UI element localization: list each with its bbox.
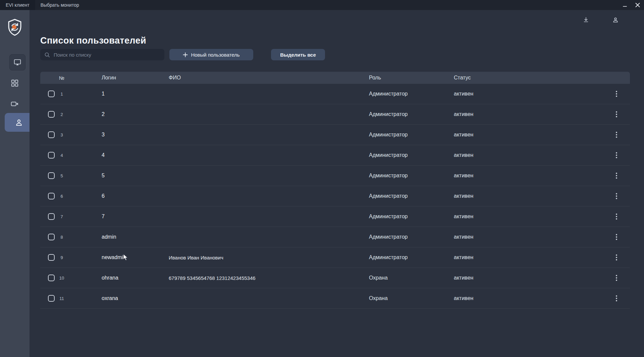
row-login: 5 xyxy=(102,173,105,179)
table-row: 8 admin Администратор активен xyxy=(40,227,630,247)
kebab-dot xyxy=(616,234,617,235)
menu-select-monitor[interactable]: Выбрать монитор xyxy=(35,0,85,10)
row-status: активен xyxy=(454,295,473,301)
row-menu-button[interactable] xyxy=(612,170,621,181)
kebab-dot xyxy=(616,300,617,301)
select-all-label: Выделить все xyxy=(280,52,316,58)
minimize-button[interactable] xyxy=(619,0,631,10)
row-checkbox-wrap xyxy=(48,91,55,97)
sidebar-item-dashboard[interactable] xyxy=(7,76,22,91)
row-menu-button[interactable] xyxy=(612,150,621,161)
row-checkbox-wrap xyxy=(48,193,55,199)
row-checkbox[interactable] xyxy=(48,193,55,199)
row-number: 4 xyxy=(56,153,67,158)
kebab-dot xyxy=(616,134,617,135)
row-login: newadmin xyxy=(102,254,126,260)
main-content: Список пользователей Новый пользователь … xyxy=(30,10,644,357)
search-input[interactable] xyxy=(53,52,160,58)
row-number: 7 xyxy=(56,214,67,219)
new-user-button[interactable]: Новый пользователь xyxy=(169,49,253,60)
row-menu-button[interactable] xyxy=(612,191,621,201)
row-login: admin xyxy=(102,234,116,240)
kebab-dot xyxy=(616,257,617,258)
kebab-dot xyxy=(616,111,617,113)
row-menu-button[interactable] xyxy=(612,211,621,222)
row-login: 7 xyxy=(102,214,105,220)
row-menu-button[interactable] xyxy=(612,252,621,263)
row-menu-button[interactable] xyxy=(612,232,621,242)
sidebar-item-users[interactable] xyxy=(5,113,30,132)
row-menu-button[interactable] xyxy=(612,88,621,99)
shield-sync-logo-icon xyxy=(7,19,22,36)
row-status: активен xyxy=(454,214,473,220)
row-login: 3 xyxy=(102,132,105,138)
row-menu-button[interactable] xyxy=(612,129,621,140)
row-login: 1 xyxy=(102,91,105,97)
row-checkbox-wrap xyxy=(48,111,55,118)
column-header-role: Роль xyxy=(369,75,381,81)
kebab-dot xyxy=(616,216,617,217)
row-number: 6 xyxy=(56,194,67,199)
select-all-button[interactable]: Выделить все xyxy=(271,49,325,60)
profile-button[interactable] xyxy=(611,16,620,24)
kebab-dot xyxy=(616,198,617,199)
row-checkbox[interactable] xyxy=(48,295,55,302)
row-status: активен xyxy=(454,254,473,260)
kebab-dot xyxy=(616,280,617,281)
row-checkbox[interactable] xyxy=(48,111,55,118)
table-row: 1 1 Администратор активен xyxy=(40,84,630,104)
kebab-dot xyxy=(616,93,617,95)
close-icon xyxy=(635,2,640,8)
table-row: 6 6 Администратор активен xyxy=(40,186,630,206)
export-button[interactable] xyxy=(582,16,590,24)
table-body: 1 1 Администратор активен 2 2 Администра… xyxy=(40,84,630,309)
row-status: активен xyxy=(454,91,473,97)
row-number: 9 xyxy=(56,255,67,260)
row-role: Охрана xyxy=(369,295,388,301)
kebab-dot xyxy=(616,155,617,156)
row-checkbox[interactable] xyxy=(48,131,55,138)
user-icon xyxy=(14,118,23,127)
row-checkbox[interactable] xyxy=(48,152,55,159)
table-row: 9 newadmin Иванов Иван Иванович Админист… xyxy=(40,247,630,268)
row-status: активен xyxy=(454,152,473,158)
row-role: Администратор xyxy=(369,254,408,260)
row-checkbox[interactable] xyxy=(48,213,55,220)
table-row: 10 ohrana 679789 5345654768 123124234553… xyxy=(40,268,630,288)
row-checkbox[interactable] xyxy=(48,172,55,179)
table-header: № Логин ФИО Роль Статус xyxy=(40,72,630,84)
row-menu-button[interactable] xyxy=(612,293,621,304)
menu-app[interactable]: EVI клиент xyxy=(0,0,35,10)
close-button[interactable] xyxy=(631,0,644,10)
kebab-dot xyxy=(616,91,617,92)
kebab-dot xyxy=(616,295,617,297)
row-checkbox[interactable] xyxy=(48,254,55,261)
row-checkbox[interactable] xyxy=(48,275,55,281)
row-role: Администратор xyxy=(369,91,408,97)
row-menu-button[interactable] xyxy=(612,273,621,283)
sidebar-item-monitors[interactable] xyxy=(9,54,25,70)
row-checkbox-wrap xyxy=(48,275,55,281)
kebab-dot xyxy=(616,218,617,220)
row-checkbox-wrap xyxy=(48,172,55,179)
row-checkbox[interactable] xyxy=(48,234,55,240)
row-number: 5 xyxy=(56,173,67,178)
kebab-dot xyxy=(616,132,617,133)
row-checkbox-wrap xyxy=(48,254,55,261)
table-row: 3 3 Администратор активен xyxy=(40,125,630,145)
kebab-dot xyxy=(616,177,617,179)
kebab-dot xyxy=(616,114,617,115)
row-checkbox-wrap xyxy=(48,213,55,220)
kebab-dot xyxy=(616,236,617,238)
row-number: 2 xyxy=(56,112,67,117)
dashboard-grid-icon xyxy=(10,79,19,87)
table-row: 7 7 Администратор активен xyxy=(40,206,630,227)
row-number: 8 xyxy=(56,235,67,240)
plus-icon xyxy=(183,52,188,57)
sidebar-item-cameras[interactable] xyxy=(7,97,22,111)
row-menu-button[interactable] xyxy=(612,109,621,120)
row-checkbox[interactable] xyxy=(48,91,55,97)
row-number: 11 xyxy=(56,296,67,301)
column-header-fio: ФИО xyxy=(169,75,181,81)
column-header-login: Логин xyxy=(102,75,116,81)
